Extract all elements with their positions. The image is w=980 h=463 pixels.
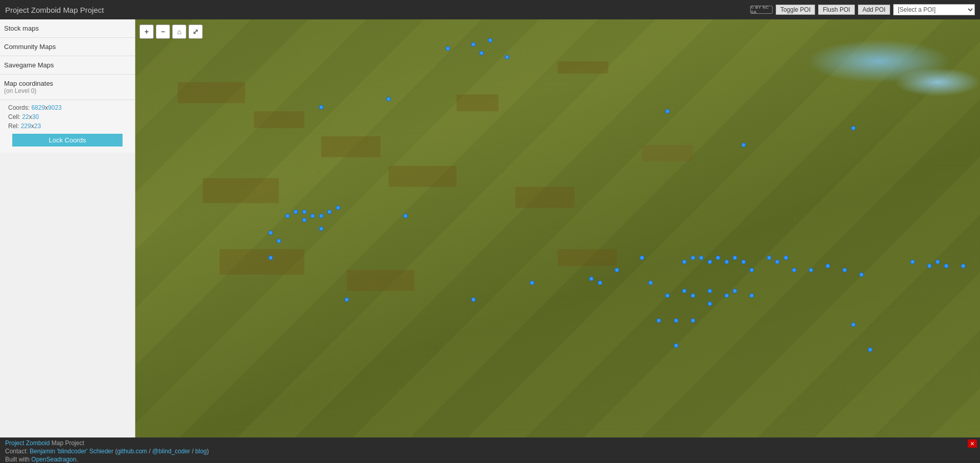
poi-dot[interactable] xyxy=(403,213,408,218)
poi-dot[interactable] xyxy=(657,318,661,323)
poi-dot[interactable] xyxy=(319,105,323,109)
sidebar-item-savegame-maps[interactable]: Savegame Maps xyxy=(0,56,135,75)
poi-dot[interactable] xyxy=(868,348,872,352)
flush-poi-button[interactable]: Flush POI xyxy=(818,5,854,15)
poi-select-dropdown[interactable]: [Select a POI] xyxy=(893,4,975,15)
cell-y-link[interactable]: 30 xyxy=(32,113,39,120)
footer-twitter-link[interactable]: @blind_coder xyxy=(152,448,190,455)
poi-dot[interactable] xyxy=(741,260,746,264)
add-poi-button[interactable]: Add POI xyxy=(858,5,890,15)
poi-dot[interactable] xyxy=(910,260,915,264)
poi-dot[interactable] xyxy=(480,51,484,55)
footer-contact-label: Contact: xyxy=(5,448,30,455)
poi-dot[interactable] xyxy=(310,213,315,218)
poi-dot[interactable] xyxy=(843,268,847,273)
poi-dot[interactable] xyxy=(268,230,273,235)
sidebar-item-community-maps[interactable]: Community Maps xyxy=(0,38,135,56)
poi-dot[interactable] xyxy=(505,55,509,59)
footer-blog-link[interactable]: blog xyxy=(195,448,207,455)
poi-dot[interactable] xyxy=(809,268,814,273)
poi-dot[interactable] xyxy=(944,264,948,269)
lock-coords-button[interactable]: Lock Coords xyxy=(12,134,123,147)
poi-dot[interactable] xyxy=(589,276,594,281)
header: Project Zomboid Map Project © BY NC SA T… xyxy=(0,0,980,19)
poi-dot[interactable] xyxy=(445,46,450,51)
footer-github-link[interactable]: github.com xyxy=(117,448,147,455)
zoom-out-button[interactable]: − xyxy=(156,25,170,39)
poi-dot[interactable] xyxy=(674,343,678,348)
footer-contact-name[interactable]: Benjamin 'blindcoder' Schieder xyxy=(30,448,113,455)
poi-dot[interactable] xyxy=(665,293,670,298)
poi-dot[interactable] xyxy=(327,209,332,214)
coords-y-link[interactable]: 9023 xyxy=(48,104,62,111)
poi-dot[interactable] xyxy=(851,126,855,130)
poi-dot[interactable] xyxy=(750,268,754,273)
poi-dot[interactable] xyxy=(707,260,712,264)
poi-dot[interactable] xyxy=(741,142,746,147)
poi-dot[interactable] xyxy=(319,226,323,231)
poi-dot[interactable] xyxy=(733,289,737,294)
poi-dot[interactable] xyxy=(674,318,678,323)
rel-x-link[interactable]: 229 xyxy=(21,123,31,130)
poi-dot[interactable] xyxy=(597,280,602,285)
poi-dot[interactable] xyxy=(690,293,695,298)
poi-dot[interactable] xyxy=(319,213,323,218)
poi-dot[interactable] xyxy=(530,280,535,285)
toggle-poi-button[interactable]: Toggle POI xyxy=(776,5,815,15)
poi-dot[interactable] xyxy=(775,260,780,264)
poi-dot[interactable] xyxy=(640,255,644,260)
poi-dot[interactable] xyxy=(699,255,704,260)
poi-dot[interactable] xyxy=(471,42,475,47)
poi-dot[interactable] xyxy=(750,293,754,298)
poi-dot[interactable] xyxy=(268,255,273,260)
poi-dot[interactable] xyxy=(783,255,788,260)
poi-dot[interactable] xyxy=(648,280,653,285)
poi-dot[interactable] xyxy=(716,255,721,260)
poi-dot[interactable] xyxy=(826,264,830,269)
poi-dot[interactable] xyxy=(277,239,281,243)
map-grid-overlay xyxy=(135,19,980,437)
poi-dot[interactable] xyxy=(707,289,712,294)
footer-osd-link[interactable]: OpenSeadragon xyxy=(31,456,76,463)
poi-dot[interactable] xyxy=(682,289,687,294)
poi-dot[interactable] xyxy=(471,297,475,302)
zoom-in-button[interactable]: + xyxy=(139,25,154,39)
poi-dot[interactable] xyxy=(614,268,619,273)
poi-dot[interactable] xyxy=(927,264,931,269)
coords-x-link[interactable]: 6829 xyxy=(31,104,45,111)
poi-dot[interactable] xyxy=(690,318,695,323)
poi-dot[interactable] xyxy=(767,255,771,260)
poi-dot[interactable] xyxy=(488,38,492,42)
poi-dot[interactable] xyxy=(859,272,864,277)
poi-dot[interactable] xyxy=(724,260,729,264)
rel-y-link[interactable]: 23 xyxy=(34,123,41,130)
poi-dot[interactable] xyxy=(682,260,687,264)
map-container[interactable]: + − ⌂ ⤢ xyxy=(135,19,980,437)
footer-pz-link[interactable]: Project Zomboid xyxy=(5,440,50,447)
poi-dot[interactable] xyxy=(344,297,349,302)
cell-x-link[interactable]: 22 xyxy=(22,113,29,120)
sidebar-item-stock-maps[interactable]: Stock maps xyxy=(0,19,135,38)
coords-row-xy: Coords: 6829x9023 xyxy=(8,104,127,111)
poi-dot[interactable] xyxy=(665,109,670,114)
home-button[interactable]: ⌂ xyxy=(172,25,186,39)
poi-dot[interactable] xyxy=(285,213,290,218)
poi-dot[interactable] xyxy=(387,96,391,101)
poi-dot[interactable] xyxy=(302,209,306,214)
poi-dot[interactable] xyxy=(336,205,340,210)
poi-dot[interactable] xyxy=(707,301,712,306)
poi-dot[interactable] xyxy=(792,268,797,273)
footer-close-button[interactable]: × xyxy=(968,440,977,448)
poi-dot[interactable] xyxy=(294,209,298,214)
poi-dot[interactable] xyxy=(302,218,306,223)
footer-built-line: Built with OpenSeadragon. xyxy=(5,456,975,463)
fullscreen-button[interactable]: ⤢ xyxy=(188,25,203,39)
poi-dot[interactable] xyxy=(690,255,695,260)
footer-built-label: Built with xyxy=(5,456,31,463)
poi-dot[interactable] xyxy=(936,260,940,264)
poi-dot[interactable] xyxy=(733,255,737,260)
poi-dot[interactable] xyxy=(851,322,855,327)
poi-dot[interactable] xyxy=(724,293,729,298)
poi-dot[interactable] xyxy=(961,264,965,269)
map-background xyxy=(135,19,980,437)
